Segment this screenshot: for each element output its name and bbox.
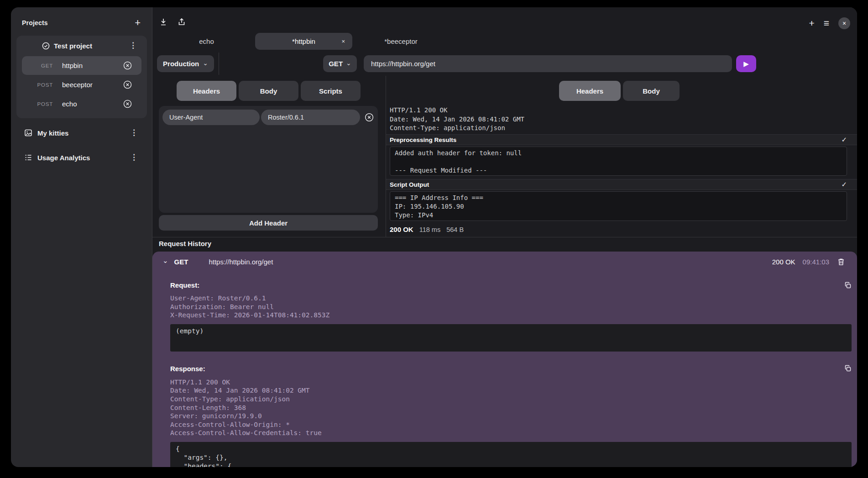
- copy-response-icon[interactable]: [844, 365, 852, 372]
- method-value: GET: [329, 60, 343, 68]
- download-icon[interactable]: [159, 18, 167, 26]
- response-pane: Headers Body HTTP/1.1 200 OK Date: Wed, …: [386, 76, 857, 237]
- remove-request-icon[interactable]: [123, 61, 132, 70]
- response-status: 200 OK 118 ms 564 B: [390, 226, 464, 233]
- history-entry-header[interactable]: ⌄ GET https://httpbin.org/get 200 OK 09:…: [152, 252, 857, 272]
- close-window-button[interactable]: ×: [838, 17, 850, 29]
- project-group: Test project ⋮ GET httpbin POST beecepto…: [16, 36, 147, 118]
- request-editor-tabs: Headers Body Scripts: [177, 81, 361, 101]
- script-output-bar[interactable]: Script Output ✓: [386, 179, 857, 190]
- history-request-body: (empty): [170, 324, 852, 352]
- response-label: Response:: [170, 365, 205, 373]
- response-header-line: Access-Control-Allow-Credentials: true: [170, 429, 852, 437]
- url-input[interactable]: https://httpbin.org/get: [364, 55, 732, 72]
- request-section-header: Request:: [170, 281, 852, 289]
- projects-title: Projects: [22, 19, 48, 26]
- send-request-button[interactable]: ▶: [736, 55, 756, 72]
- request-method-label: POST: [22, 82, 53, 88]
- image-icon: [24, 129, 32, 137]
- tab-scripts[interactable]: Scripts: [301, 81, 361, 101]
- request-body-text: (empty): [176, 327, 846, 336]
- request-name: beeceptor: [62, 81, 93, 89]
- header-key-input[interactable]: User-Agent: [162, 110, 260, 125]
- tab-response-headers[interactable]: Headers: [559, 81, 621, 101]
- history-time: 09:41:03: [803, 258, 829, 266]
- method-select[interactable]: GET ⌄: [323, 55, 357, 72]
- response-line: Content-Type: application/json: [390, 124, 857, 133]
- check-icon: ✓: [841, 180, 847, 189]
- tab-label: Body: [643, 87, 660, 95]
- tab-echo[interactable]: echo: [158, 33, 255, 50]
- history-request-headers: User-Agent: Roster/0.6.1 Authorization: …: [170, 294, 852, 320]
- add-project-icon[interactable]: +: [135, 19, 141, 26]
- play-icon: ▶: [743, 60, 749, 68]
- response-header-line: Date: Wed, 14 Jan 2026 08:41:02 GMT: [170, 386, 852, 395]
- sidebar-header: Projects +: [13, 7, 151, 31]
- header-key-value: User-Agent: [169, 114, 203, 121]
- section-label: My kitties: [37, 129, 68, 137]
- list-icon: [24, 153, 32, 162]
- url-value: https://httpbin.org/get: [371, 60, 435, 68]
- sidebar-item-echo[interactable]: POST echo: [22, 95, 141, 113]
- sidebar-item-httpbin[interactable]: GET httpbin: [22, 56, 141, 75]
- window-controls: + ≡ ×: [809, 17, 850, 29]
- request-header-line: Authorization: Bearer null: [170, 303, 852, 311]
- chevron-down-icon[interactable]: ⌄: [162, 257, 168, 265]
- new-tab-icon[interactable]: +: [809, 19, 814, 28]
- preprocessing-output: Added auth header for token: null --- Re…: [390, 147, 847, 176]
- sidebar-item-beeceptor[interactable]: POST beeceptor: [22, 75, 141, 94]
- sidebar-item-usage-analytics[interactable]: Usage Analytics ⋮: [16, 147, 147, 168]
- tab-response-body[interactable]: Body: [623, 81, 680, 101]
- copy-request-icon[interactable]: [844, 282, 852, 289]
- header-row: User-Agent Roster/0.6.1: [162, 110, 374, 125]
- section-title: Preprocessing Results: [390, 137, 456, 143]
- section-kebab-icon[interactable]: ⋮: [130, 154, 138, 161]
- section-kebab-icon[interactable]: ⋮: [130, 130, 138, 136]
- environment-select[interactable]: Production ⌄: [157, 55, 214, 72]
- response-tabs: Headers Body: [559, 81, 680, 101]
- header-value-input[interactable]: Roster/0.6.1: [261, 110, 360, 125]
- tab-label: Headers: [193, 87, 220, 95]
- console-line: === IP Address Info ===: [395, 194, 842, 202]
- remove-request-icon[interactable]: [123, 99, 132, 109]
- tab-beeceptor[interactable]: *beeceptor: [352, 33, 450, 50]
- history-response-headers: HTTP/1.1 200 OK Date: Wed, 14 Jan 2026 0…: [170, 378, 852, 437]
- add-header-button[interactable]: Add Header: [159, 215, 378, 231]
- console-line: --- Request Modified ---: [395, 166, 842, 175]
- project-kebab-icon[interactable]: ⋮: [129, 42, 137, 49]
- tab-label: echo: [199, 37, 214, 45]
- console-line: Location: Unknown: [395, 220, 842, 221]
- chevron-down-icon: ⌄: [203, 59, 208, 67]
- response-body-line: "args": {},: [176, 453, 846, 462]
- history-method: GET: [174, 258, 188, 266]
- request-method-label: GET: [22, 63, 53, 68]
- response-header-line: Content-Length: 368: [170, 404, 852, 412]
- close-icon: ×: [842, 20, 846, 27]
- status-size: 564 B: [446, 226, 464, 233]
- console-line: Type: IPv4: [395, 211, 842, 220]
- environment-value: Production: [163, 60, 199, 68]
- response-line: HTTP/1.1 200 OK: [390, 106, 857, 115]
- tab-label: Body: [260, 87, 277, 95]
- tab-httpbin[interactable]: *httpbin ×: [255, 33, 352, 50]
- project-group-header[interactable]: Test project ⋮: [16, 36, 147, 56]
- menu-icon[interactable]: ≡: [824, 19, 829, 28]
- history-status: 200 OK: [772, 258, 795, 266]
- script-output: === IP Address Info === IP: 195.146.105.…: [390, 191, 847, 221]
- section-title: Script Output: [390, 181, 429, 188]
- status-time: 118 ms: [419, 226, 440, 233]
- check-icon: ✓: [841, 136, 847, 144]
- preprocessing-results-bar[interactable]: Preprocessing Results ✓: [386, 134, 857, 145]
- tab-label: Headers: [576, 87, 603, 95]
- remove-header-icon[interactable]: [364, 112, 374, 122]
- remove-request-icon[interactable]: [123, 80, 132, 89]
- tab-body[interactable]: Body: [239, 81, 298, 101]
- delete-history-icon[interactable]: [837, 258, 845, 266]
- sidebar-item-my-kitties[interactable]: My kitties ⋮: [16, 123, 147, 143]
- tab-headers[interactable]: Headers: [177, 81, 236, 101]
- response-line: Date: Wed, 14 Jan 2026 08:41:02 GMT: [390, 115, 857, 124]
- close-tab-icon[interactable]: ×: [341, 38, 345, 45]
- chevron-down-icon: ⌄: [346, 59, 351, 67]
- upload-share-icon[interactable]: [178, 18, 186, 26]
- response-body-line: "headers": {: [176, 462, 846, 467]
